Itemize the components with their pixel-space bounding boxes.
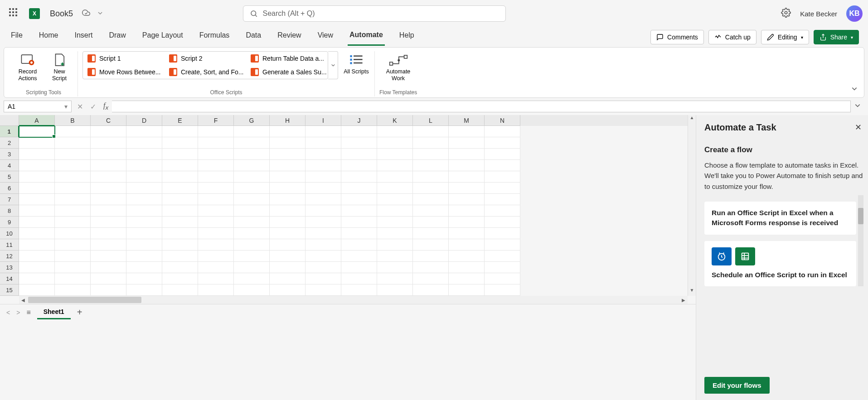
scroll-left-icon[interactable]: ◀	[19, 298, 27, 303]
cell[interactable]	[377, 251, 413, 262]
tab-file[interactable]: File	[9, 29, 24, 45]
cell[interactable]	[449, 183, 485, 194]
cell[interactable]	[234, 149, 270, 160]
cell[interactable]	[234, 160, 270, 171]
cell[interactable]	[485, 194, 520, 205]
select-all-corner[interactable]	[0, 115, 19, 126]
cell[interactable]	[270, 273, 305, 284]
cell[interactable]	[91, 160, 126, 171]
cell[interactable]	[198, 149, 234, 160]
cell[interactable]	[413, 171, 449, 183]
cell[interactable]	[449, 126, 485, 137]
cell[interactable]	[198, 251, 234, 262]
script-item[interactable]: Return Table Data a...	[246, 52, 328, 65]
cell[interactable]	[341, 183, 377, 194]
cell[interactable]	[305, 171, 341, 183]
cell[interactable]	[270, 137, 305, 149]
cell[interactable]	[270, 228, 305, 239]
script-item[interactable]: Move Rows Betwee...	[83, 65, 165, 79]
cell[interactable]	[270, 284, 305, 296]
cell[interactable]	[270, 149, 305, 160]
cell[interactable]	[234, 239, 270, 251]
tab-insert[interactable]: Insert	[73, 29, 94, 45]
row-header[interactable]: 5	[0, 171, 19, 183]
editing-mode-button[interactable]: Editing ▾	[761, 30, 809, 44]
cell[interactable]	[162, 273, 198, 284]
cell[interactable]	[126, 273, 162, 284]
cell[interactable]	[126, 137, 162, 149]
cell[interactable]	[55, 137, 91, 149]
cell[interactable]	[485, 251, 520, 262]
cell[interactable]	[377, 217, 413, 228]
cell[interactable]	[270, 160, 305, 171]
row-header[interactable]: 7	[0, 194, 19, 205]
tab-help[interactable]: Help	[398, 29, 416, 45]
cell[interactable]	[234, 251, 270, 262]
cell[interactable]	[162, 205, 198, 217]
cell[interactable]	[162, 149, 198, 160]
cell[interactable]	[162, 171, 198, 183]
cell[interactable]	[377, 194, 413, 205]
cell[interactable]	[55, 160, 91, 171]
cell[interactable]	[91, 217, 126, 228]
catch-up-button[interactable]: Catch up	[708, 30, 756, 44]
cell[interactable]	[377, 273, 413, 284]
column-header[interactable]: G	[234, 115, 270, 126]
cell[interactable]	[270, 239, 305, 251]
cell[interactable]	[19, 137, 55, 149]
cell[interactable]	[234, 171, 270, 183]
row-header[interactable]: 1	[0, 126, 19, 137]
cell[interactable]	[234, 284, 270, 296]
cell[interactable]	[234, 183, 270, 194]
cell[interactable]	[485, 205, 520, 217]
close-taskpane-button[interactable]: ✕	[855, 122, 862, 132]
cell[interactable]	[305, 262, 341, 273]
cell[interactable]	[162, 217, 198, 228]
cell[interactable]	[377, 183, 413, 194]
cell[interactable]	[413, 137, 449, 149]
cell[interactable]	[55, 262, 91, 273]
cell[interactable]	[341, 228, 377, 239]
cell[interactable]	[377, 205, 413, 217]
row-header[interactable]: 12	[0, 251, 19, 262]
cell[interactable]	[485, 228, 520, 239]
cancel-formula-icon[interactable]: ✕	[75, 102, 85, 111]
cell[interactable]	[91, 194, 126, 205]
row-header[interactable]: 10	[0, 228, 19, 239]
all-scripts-button[interactable]: All Scripts	[343, 51, 370, 76]
cell[interactable]	[413, 217, 449, 228]
sheet-nav-prev-icon[interactable]: <	[6, 309, 10, 316]
vertical-scrollbar[interactable]: ▲ ▼	[688, 115, 696, 296]
scrollbar-thumb[interactable]	[858, 208, 863, 224]
cell[interactable]	[413, 160, 449, 171]
cell[interactable]	[55, 194, 91, 205]
cell[interactable]	[449, 217, 485, 228]
cell[interactable]	[485, 239, 520, 251]
automate-work-button[interactable]: Automate Work	[381, 51, 416, 83]
document-title[interactable]: Book5	[50, 9, 73, 19]
scrollbar-thumb[interactable]	[28, 297, 141, 303]
cell[interactable]	[377, 126, 413, 137]
cell[interactable]	[270, 171, 305, 183]
cell[interactable]	[19, 262, 55, 273]
share-button[interactable]: Share ▾	[814, 30, 859, 44]
row-header[interactable]: 3	[0, 149, 19, 160]
row-header[interactable]: 13	[0, 262, 19, 273]
cell[interactable]	[305, 160, 341, 171]
cell[interactable]	[413, 251, 449, 262]
cell[interactable]	[341, 126, 377, 137]
cell[interactable]	[234, 228, 270, 239]
cell[interactable]	[305, 284, 341, 296]
cell[interactable]	[19, 194, 55, 205]
cell[interactable]	[377, 228, 413, 239]
tab-review[interactable]: Review	[276, 29, 303, 45]
cell[interactable]	[55, 183, 91, 194]
cell[interactable]	[305, 239, 341, 251]
cell[interactable]	[91, 273, 126, 284]
cell[interactable]	[19, 149, 55, 160]
cell[interactable]	[162, 194, 198, 205]
row-header[interactable]: 14	[0, 273, 19, 284]
cell[interactable]	[198, 137, 234, 149]
cell[interactable]	[413, 273, 449, 284]
cell[interactable]	[234, 273, 270, 284]
